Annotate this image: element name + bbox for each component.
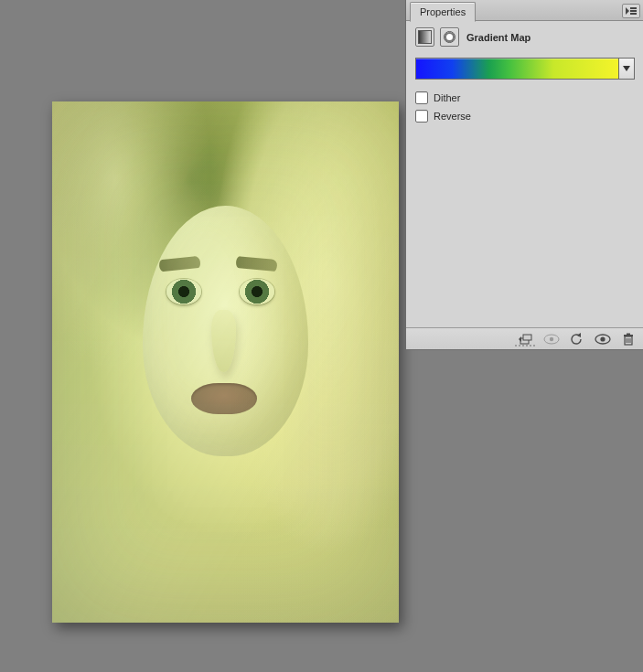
layer-mask-icon[interactable] bbox=[440, 27, 459, 47]
svg-marker-10 bbox=[577, 333, 582, 337]
svg-rect-3 bbox=[630, 13, 637, 15]
toggle-layer-visibility-button[interactable] bbox=[595, 332, 611, 347]
adjustment-header: Gradient Map bbox=[406, 21, 643, 54]
svg-rect-1 bbox=[630, 7, 637, 9]
checkbox-box-icon bbox=[415, 110, 428, 123]
svg-rect-6 bbox=[523, 335, 531, 340]
svg-rect-2 bbox=[630, 10, 637, 12]
panel-tab-strip: Properties bbox=[406, 0, 643, 21]
svg-rect-15 bbox=[627, 333, 630, 335]
eye-prev-icon bbox=[543, 334, 560, 345]
reverse-checkbox[interactable]: Reverse bbox=[415, 107, 635, 125]
reset-to-defaults-button[interactable] bbox=[569, 332, 585, 347]
svg-point-12 bbox=[600, 336, 605, 341]
canvas-document[interactable] bbox=[52, 101, 399, 623]
panel-flyout-menu-button[interactable] bbox=[622, 4, 640, 18]
adjustment-type-icon[interactable] bbox=[415, 27, 434, 47]
svg-point-9 bbox=[550, 336, 553, 340]
checkbox-box-icon bbox=[415, 91, 428, 104]
gradient-picker-dropdown[interactable] bbox=[618, 58, 635, 80]
properties-panel: Properties Gradient Map Dit bbox=[405, 0, 643, 350]
panel-resize-grip[interactable] bbox=[507, 345, 543, 350]
eye-icon bbox=[595, 334, 611, 345]
gradient-row bbox=[406, 54, 643, 89]
dither-checkbox[interactable]: Dither bbox=[415, 89, 635, 107]
view-previous-state-button[interactable] bbox=[543, 332, 560, 347]
trash-icon bbox=[622, 333, 635, 346]
canvas-art bbox=[52, 101, 399, 623]
dither-label: Dither bbox=[434, 92, 460, 103]
gradient-map-options: Dither Reverse bbox=[406, 89, 643, 125]
chevron-down-icon bbox=[623, 66, 630, 71]
properties-body: Gradient Map Dither Reverse bbox=[406, 21, 643, 327]
flyout-icon bbox=[626, 7, 637, 15]
svg-rect-14 bbox=[624, 335, 633, 336]
svg-marker-4 bbox=[623, 66, 630, 71]
delete-adjustment-button[interactable] bbox=[620, 332, 637, 347]
adjustment-title: Gradient Map bbox=[466, 32, 530, 43]
tab-properties[interactable]: Properties bbox=[410, 2, 476, 22]
clip-to-layer-icon bbox=[519, 333, 533, 346]
svg-marker-0 bbox=[626, 7, 629, 15]
reset-icon bbox=[570, 333, 584, 346]
mask-circle-icon bbox=[444, 31, 455, 43]
gradient-preview[interactable] bbox=[415, 58, 618, 80]
vignette bbox=[52, 101, 399, 623]
gradient-map-glyph-icon bbox=[418, 30, 432, 44]
tab-properties-label: Properties bbox=[420, 6, 466, 17]
reverse-label: Reverse bbox=[434, 111, 471, 122]
